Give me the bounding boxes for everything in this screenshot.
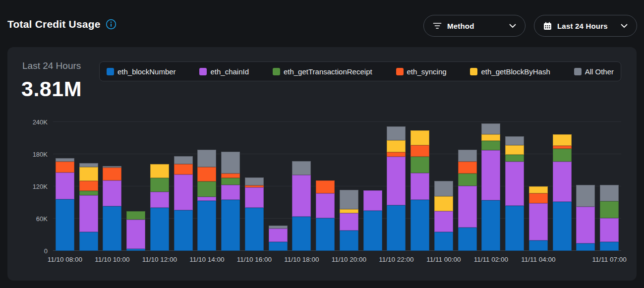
bar-11-10-13-00[interactable]	[174, 156, 193, 251]
bar-segment-eth_chainId[interactable]	[458, 186, 477, 228]
bar-segment-eth_blockNumber[interactable]	[174, 210, 193, 251]
bar-segment-All Other[interactable]	[245, 177, 264, 185]
bar-segment-All Other[interactable]	[387, 126, 406, 140]
bar-segment-All Other[interactable]	[197, 150, 216, 167]
bar-segment-eth_blockNumber[interactable]	[340, 230, 358, 251]
bar-segment-eth_getBlockByHash[interactable]	[529, 186, 548, 193]
bar-segment-eth_chainId[interactable]	[292, 175, 311, 216]
bar-segment-eth_blockNumber[interactable]	[126, 249, 145, 251]
time-range-button[interactable]: Last 24 Hours	[534, 15, 637, 37]
bar-segment-eth_chainId[interactable]	[553, 162, 572, 202]
bar-segment-eth_syncing[interactable]	[174, 164, 193, 175]
bar-11-10-19-00[interactable]	[316, 180, 335, 251]
bar-11-11-00-00[interactable]	[434, 181, 453, 251]
bar-segment-eth_chainId[interactable]	[600, 218, 619, 242]
bar-segment-eth_getTransactionReceipt[interactable]	[150, 178, 169, 192]
bar-segment-eth_chainId[interactable]	[410, 173, 429, 200]
bar-11-10-16-00[interactable]	[245, 177, 264, 251]
bar-segment-eth_blockNumber[interactable]	[434, 232, 453, 251]
bar-segment-eth_chainId[interactable]	[576, 207, 595, 243]
bar-segment-eth_getBlockByHash[interactable]	[434, 196, 453, 211]
bar-segment-All Other[interactable]	[174, 156, 193, 164]
bar-segment-eth_chainId[interactable]	[387, 157, 406, 205]
bar-segment-eth_getBlockByHash[interactable]	[505, 145, 524, 155]
bar-segment-All Other[interactable]	[600, 185, 619, 202]
legend-item-eth_getTransactionReceipt[interactable]: eth_getTransactionReceipt	[273, 67, 372, 76]
bar-11-10-18-00[interactable]	[292, 161, 311, 251]
bar-11-10-17-00[interactable]	[269, 226, 288, 251]
bar-segment-All Other[interactable]	[221, 152, 240, 173]
bar-segment-eth_getBlockByHash[interactable]	[79, 167, 98, 181]
bar-segment-eth_blockNumber[interactable]	[529, 240, 548, 251]
bar-segment-eth_getTransactionReceipt[interactable]	[481, 141, 500, 151]
bar-11-10-08-00[interactable]	[56, 158, 74, 251]
bar-segment-eth_chainId[interactable]	[340, 213, 358, 230]
bar-11-10-23-00[interactable]	[410, 130, 429, 251]
method-filter-button[interactable]: Method	[423, 15, 526, 37]
bar-segment-eth_blockNumber[interactable]	[576, 243, 595, 251]
bar-segment-eth_blockNumber[interactable]	[553, 202, 572, 251]
bar-segment-eth_blockNumber[interactable]	[79, 232, 98, 251]
bar-segment-eth_chainId[interactable]	[221, 185, 240, 200]
legend-item-eth_syncing[interactable]: eth_syncing	[396, 67, 447, 76]
bar-segment-eth_blockNumber[interactable]	[292, 217, 311, 251]
info-icon[interactable]	[106, 19, 117, 30]
bar-11-10-15-00[interactable]	[221, 152, 240, 251]
bar-11-10-10-00[interactable]	[103, 166, 121, 251]
legend-item-eth_getBlockByHash[interactable]: eth_getBlockByHash	[470, 67, 550, 76]
bar-11-10-12-00[interactable]	[150, 164, 169, 251]
bar-segment-eth_syncing[interactable]	[410, 145, 429, 157]
bar-segment-eth_syncing[interactable]	[316, 180, 335, 193]
bar-segment-eth_getTransactionReceipt[interactable]	[553, 149, 572, 162]
bar-11-11-05-00[interactable]	[553, 134, 572, 251]
bar-segment-eth_chainId[interactable]	[197, 197, 216, 201]
bar-11-11-07-00[interactable]	[600, 185, 619, 251]
bar-segment-eth_chainId[interactable]	[316, 193, 335, 218]
bar-segment-eth_blockNumber[interactable]	[600, 242, 619, 251]
bar-segment-eth_blockNumber[interactable]	[56, 199, 74, 251]
bar-segment-eth_getBlockByHash[interactable]	[387, 140, 406, 152]
bar-11-10-09-00[interactable]	[79, 163, 98, 251]
bar-11-10-21-00[interactable]	[363, 190, 382, 251]
bar-segment-eth_getBlockByHash[interactable]	[481, 134, 500, 141]
bar-segment-eth_chainId[interactable]	[174, 174, 193, 210]
bar-segment-eth_blockNumber[interactable]	[269, 242, 288, 251]
bar-segment-eth_chainId[interactable]	[126, 220, 145, 249]
bar-segment-eth_syncing[interactable]	[79, 181, 98, 191]
bar-segment-eth_chainId[interactable]	[79, 195, 98, 232]
bar-segment-All Other[interactable]	[292, 161, 311, 175]
bar-segment-eth_blockNumber[interactable]	[245, 208, 264, 251]
bar-segment-eth_getBlockByHash[interactable]	[150, 164, 169, 178]
bar-segment-eth_getBlockByHash[interactable]	[340, 209, 358, 214]
bar-segment-All Other[interactable]	[79, 163, 98, 167]
bar-segment-eth_chainId[interactable]	[56, 173, 74, 199]
bar-segment-eth_blockNumber[interactable]	[387, 205, 406, 251]
legend-item-eth_blockNumber[interactable]: eth_blockNumber	[107, 67, 176, 76]
bar-segment-eth_blockNumber[interactable]	[458, 228, 477, 251]
bar-11-11-02-00[interactable]	[481, 123, 500, 251]
bar-segment-eth_chainId[interactable]	[150, 192, 169, 208]
bar-segment-eth_blockNumber[interactable]	[316, 218, 335, 251]
bar-segment-All Other[interactable]	[340, 190, 358, 209]
bar-segment-eth_syncing[interactable]	[197, 167, 216, 181]
bar-segment-All Other[interactable]	[481, 123, 500, 134]
bar-segment-eth_blockNumber[interactable]	[103, 206, 121, 251]
bar-segment-eth_blockNumber[interactable]	[505, 206, 524, 251]
bar-segment-eth_getTransactionReceipt[interactable]	[126, 211, 145, 220]
legend-item-All Other[interactable]: All Other	[574, 67, 614, 76]
bar-11-11-03-00[interactable]	[505, 136, 524, 251]
bar-segment-eth_getTransactionReceipt[interactable]	[505, 155, 524, 162]
bar-segment-eth_blockNumber[interactable]	[221, 200, 240, 251]
bar-segment-eth_getBlockByHash[interactable]	[410, 130, 429, 145]
bar-segment-eth_getTransactionReceipt[interactable]	[410, 157, 429, 173]
bar-segment-eth_syncing[interactable]	[529, 193, 548, 203]
bar-segment-eth_blockNumber[interactable]	[150, 208, 169, 251]
bar-segment-eth_getBlockByHash[interactable]	[553, 134, 572, 146]
bar-segment-eth_syncing[interactable]	[221, 173, 240, 178]
bar-segment-eth_syncing[interactable]	[458, 162, 477, 173]
bar-11-10-14-00[interactable]	[197, 150, 216, 251]
bar-segment-eth_blockNumber[interactable]	[197, 201, 216, 251]
bar-segment-All Other[interactable]	[458, 150, 477, 162]
legend-item-eth_chainId[interactable]: eth_chainId	[199, 67, 249, 76]
bar-segment-eth_getTransactionReceipt[interactable]	[458, 173, 477, 186]
